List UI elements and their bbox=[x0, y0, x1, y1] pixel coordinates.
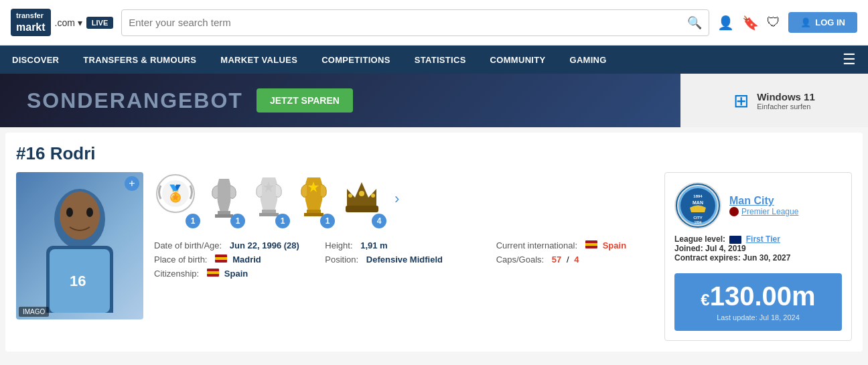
caps-value[interactable]: 57 bbox=[552, 254, 561, 265]
svg-text:CITY: CITY bbox=[693, 216, 703, 220]
player-silhouette-svg: 16 bbox=[26, 179, 133, 313]
club-details: League level: First Tier Joined: Jul 4, … bbox=[674, 234, 842, 263]
contract-row: Contract expires: Jun 30, 2027 bbox=[674, 253, 842, 263]
trophy-item-5[interactable]: 4 bbox=[340, 172, 384, 226]
height-label: Height: bbox=[325, 240, 352, 250]
nav-item-transfers[interactable]: TRANSFERS & RUMOURS bbox=[71, 46, 208, 74]
hamburger-menu[interactable]: ☰ bbox=[830, 46, 868, 74]
profile-icon-button[interactable]: 👤 bbox=[717, 15, 734, 31]
svg-text:1894: 1894 bbox=[694, 220, 701, 224]
citizenship-row: Citizenship: Spain bbox=[154, 269, 311, 279]
trophy-badge-1: 1 bbox=[186, 214, 200, 228]
search-bar: 🔍 bbox=[121, 9, 709, 36]
ad-banner-left: SONDERANGEBOT JETZT SPAREN bbox=[0, 74, 680, 127]
svg-point-19 bbox=[359, 191, 364, 196]
nav-item-statistics[interactable]: STATISTICS bbox=[403, 46, 478, 74]
dob-value: Jun 22, 1996 (28) bbox=[230, 240, 299, 250]
position-label: Position: bbox=[325, 254, 358, 265]
trophy-item-1[interactable]: 🏅 1 bbox=[154, 172, 198, 226]
trophy-item-3[interactable]: 1 bbox=[250, 172, 287, 226]
shield-icon-button[interactable]: 🛡 bbox=[767, 15, 780, 30]
club-crest-svg: 1894 MAN CITY 1894 bbox=[676, 184, 720, 228]
club-header: 1894 MAN CITY 1894 Man City Premier Leag… bbox=[674, 182, 842, 229]
svg-text:1894: 1894 bbox=[693, 194, 703, 198]
market-value-amount: 130.00m bbox=[710, 281, 816, 311]
svg-rect-18 bbox=[346, 206, 378, 212]
svg-rect-13 bbox=[259, 213, 279, 216]
joined-label: Joined: bbox=[674, 244, 703, 253]
nav-item-discover[interactable]: DISCOVER bbox=[0, 46, 71, 74]
club-league[interactable]: Premier League bbox=[729, 207, 842, 216]
dob-label: Date of birth/Age: bbox=[154, 240, 222, 250]
logo-suffix[interactable]: .com ▾ bbox=[55, 17, 82, 28]
player-name: Rodri bbox=[50, 143, 96, 163]
spain-flag-international bbox=[585, 240, 597, 248]
citizenship-value: Spain bbox=[224, 269, 248, 279]
trophy-next-button[interactable]: › bbox=[392, 190, 402, 208]
site-logo[interactable]: transfer markt bbox=[11, 9, 51, 35]
pob-value: Madrid bbox=[232, 254, 261, 265]
search-input[interactable] bbox=[129, 17, 687, 28]
svg-rect-12 bbox=[262, 210, 276, 213]
nav-item-gaming[interactable]: GAMING bbox=[557, 46, 618, 74]
ad-cta-button[interactable]: JETZT SPAREN bbox=[257, 88, 353, 113]
player-title: #16 Rodri bbox=[16, 143, 852, 164]
svg-point-21 bbox=[371, 194, 375, 198]
trophy-row: 🏅 1 1 bbox=[154, 172, 654, 226]
live-badge: LIVE bbox=[86, 17, 113, 29]
add-photo-button[interactable]: + bbox=[125, 176, 139, 191]
joined-row: Joined: Jul 4, 2019 bbox=[674, 244, 842, 253]
imago-badge: IMAGO bbox=[19, 307, 49, 317]
windows-subtitle: Einfacher surfen bbox=[757, 102, 815, 111]
trophies-section: 🏅 1 1 bbox=[154, 172, 654, 279]
windows-logo-icon: ⊞ bbox=[733, 90, 749, 112]
league-level-label: League level: bbox=[674, 234, 725, 244]
svg-point-2 bbox=[60, 192, 100, 240]
club-name[interactable]: Man City bbox=[729, 195, 842, 207]
market-value-panel[interactable]: €130.00m Last update: Jul 18, 2024 bbox=[674, 273, 842, 331]
player-stats: Date of birth/Age: Jun 22, 1996 (28) Hei… bbox=[154, 240, 654, 279]
joined-value: Jul 4, 2019 bbox=[705, 244, 746, 253]
trophy-item-4[interactable]: 1 bbox=[295, 172, 332, 226]
league-level-value[interactable]: First Tier bbox=[746, 234, 780, 244]
spain-flag-pob bbox=[215, 254, 227, 263]
nav-item-competitions[interactable]: COMPETITIONS bbox=[309, 46, 403, 74]
nav-item-community[interactable]: COMMUNITY bbox=[478, 46, 558, 74]
windows-title: Windows 11 bbox=[757, 91, 815, 102]
trophy-item-2[interactable]: 1 bbox=[206, 172, 242, 226]
ad-text-bg: SONDERANGEBOT bbox=[27, 88, 243, 113]
club-info: Man City Premier League bbox=[729, 195, 842, 216]
trophy-badge-4: 1 bbox=[320, 214, 335, 228]
height-row: Height: 1,91 m bbox=[325, 240, 482, 250]
main-nav: DISCOVER TRANSFERS & RUMOURS MARKET VALU… bbox=[0, 46, 868, 74]
login-label: LOG IN bbox=[815, 17, 845, 27]
club-panel: 1894 MAN CITY 1894 Man City Premier Leag… bbox=[664, 172, 852, 341]
caps-row: Caps/Goals: 57 / 4 bbox=[496, 254, 654, 265]
header-icons: 👤 🔖 🛡 👤 LOG IN bbox=[717, 12, 857, 33]
international-row: Current international: Spain bbox=[496, 240, 654, 250]
contract-value: Jun 30, 2027 bbox=[743, 253, 790, 263]
svg-rect-16 bbox=[304, 213, 323, 216]
england-flag bbox=[729, 236, 741, 244]
search-button[interactable]: 🔍 bbox=[687, 15, 702, 30]
club-crest[interactable]: 1894 MAN CITY 1894 bbox=[674, 182, 721, 229]
caps-label: Caps/Goals: bbox=[496, 254, 545, 265]
international-label: Current international: bbox=[496, 240, 577, 250]
goals-value[interactable]: 4 bbox=[574, 254, 579, 265]
club-league-label: Premier League bbox=[741, 207, 798, 216]
international-value[interactable]: Spain bbox=[603, 240, 626, 250]
logo-area: transfer markt .com ▾ LIVE bbox=[11, 9, 113, 35]
pob-row: Place of birth: Madrid bbox=[154, 254, 311, 265]
pob-label: Place of birth: bbox=[154, 254, 208, 265]
nav-item-market[interactable]: MARKET VALUES bbox=[208, 46, 309, 74]
trophy-badge-2: 1 bbox=[230, 214, 245, 228]
league-icon bbox=[729, 207, 739, 216]
citizenship-label: Citizenship: bbox=[154, 269, 199, 279]
svg-rect-15 bbox=[307, 210, 321, 213]
login-button[interactable]: 👤 LOG IN bbox=[788, 12, 857, 33]
svg-rect-10 bbox=[218, 211, 230, 214]
svg-point-3 bbox=[66, 208, 73, 217]
svg-text:16: 16 bbox=[70, 273, 86, 289]
contract-label: Contract expires: bbox=[674, 253, 741, 263]
bookmark-icon-button[interactable]: 🔖 bbox=[742, 15, 759, 31]
